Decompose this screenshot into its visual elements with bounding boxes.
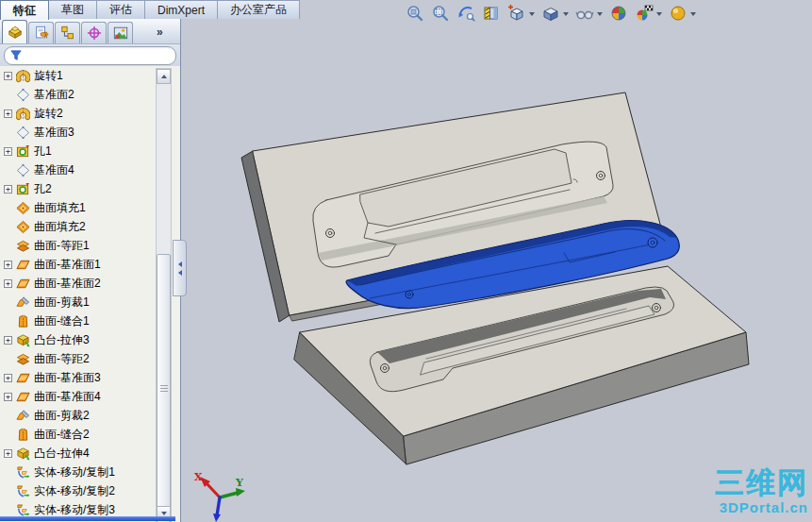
scroll-up-button[interactable] [157, 69, 171, 84]
tree-item-基准面2[interactable]: + 基准面2 [0, 85, 156, 104]
tree-item-旋转2[interactable]: + 旋转2 [0, 104, 156, 123]
panel-tab-display[interactable] [108, 22, 133, 43]
expand-toggle[interactable]: + [4, 336, 12, 345]
feature-icon [16, 88, 30, 102]
tree-filter-input[interactable] [22, 48, 170, 63]
panel-splitter-handle[interactable] [173, 240, 187, 296]
tree-item-曲面填充1[interactable]: + 曲面填充1 [0, 198, 156, 217]
tree-item-曲面-等距2[interactable]: + 曲面-等距2 [0, 349, 156, 368]
zoom-area-icon [431, 4, 450, 23]
expand-toggle[interactable]: + [4, 279, 12, 288]
expand-toggle[interactable]: + [4, 185, 12, 194]
panel-tab-overflow[interactable]: » [157, 25, 163, 39]
feature-label: 曲面-基准面3 [34, 370, 101, 386]
commandmanager-tab-DimXpert[interactable]: DimXpert [145, 0, 218, 19]
feature-label: 基准面2 [34, 87, 75, 103]
scrollbar-thumb[interactable] [157, 254, 171, 522]
tree-item-凸台-拉伸4[interactable]: + 凸台-拉伸4 [0, 444, 156, 463]
feature-icon [16, 465, 30, 480]
feature-label: 曲面-等距2 [34, 351, 90, 367]
feature-label: 基准面3 [34, 125, 75, 141]
section-view-icon [482, 4, 501, 23]
section-view-button[interactable] [480, 3, 503, 24]
feature-icon [16, 409, 30, 423]
view-settings-button[interactable] [667, 3, 689, 24]
arrow-up-icon [161, 75, 167, 78]
tree-item-曲面-缝合1[interactable]: + 曲面-缝合1 [0, 312, 156, 330]
apply-scene-button[interactable] [633, 3, 655, 24]
property-manager-icon [33, 25, 50, 41]
rollback-bar[interactable] [0, 516, 175, 521]
feature-label: 基准面4 [34, 162, 75, 178]
triad-y-label: Y [235, 477, 243, 489]
feature-icon [16, 484, 30, 498]
feature-icon [16, 371, 30, 385]
hide-show-items-button[interactable] [573, 3, 596, 24]
apply-scene-icon [635, 4, 654, 23]
display-style-button[interactable] [539, 3, 562, 24]
tree-item-曲面-剪裁1[interactable]: + 曲面-剪裁1 [0, 293, 156, 312]
tree-item-曲面-基准面3[interactable]: + 曲面-基准面3 [0, 368, 156, 387]
tree-item-基准面3[interactable]: + 基准面3 [0, 123, 156, 142]
display-style-icon [541, 4, 560, 23]
feature-icon [16, 314, 30, 328]
expand-toggle[interactable]: + [4, 261, 12, 269]
expand-toggle[interactable]: + [4, 449, 12, 458]
tree-item-实体-移动/复制2[interactable]: + 实体-移动/复制2 [0, 481, 156, 500]
tree-item-孔1[interactable]: + 孔1 [0, 142, 156, 160]
hide-show-items-icon [575, 4, 594, 23]
expand-toggle[interactable]: + [4, 72, 12, 80]
collapse-arrow-icon [178, 261, 182, 267]
expand-toggle[interactable]: + [4, 393, 12, 401]
commandmanager-tab-特征[interactable]: 特征 [0, 0, 49, 20]
apply-scene-dropdown-arrow[interactable] [656, 12, 662, 16]
panel-tab-configurations[interactable] [55, 22, 80, 43]
tree-item-凸台-拉伸3[interactable]: + 凸台-拉伸3 [0, 330, 156, 349]
filter-pill[interactable] [4, 46, 176, 65]
feature-label: 实体-移动/复制1 [34, 464, 115, 480]
expand-toggle[interactable]: + [4, 147, 12, 156]
commandmanager-tab-评估[interactable]: 评估 [97, 0, 145, 19]
commandmanager-tab-办公室产品[interactable]: 办公室产品 [218, 0, 300, 19]
view-settings-dropdown-arrow[interactable] [690, 12, 696, 16]
tree-item-基准面4[interactable]: + 基准面4 [0, 160, 156, 179]
tree-item-实体-移动/复制3[interactable]: + 实体-移动/复制3 [0, 500, 156, 517]
previous-view-button[interactable] [455, 3, 477, 24]
expand-toggle[interactable]: + [4, 109, 12, 118]
view-orientation-button[interactable] [505, 3, 528, 24]
filter-funnel-icon [10, 50, 22, 61]
tree-scrollbar[interactable] [156, 68, 172, 522]
feature-icon [16, 126, 30, 140]
zoom-area-button[interactable] [429, 3, 452, 24]
feature-icon [16, 201, 30, 215]
tree-item-曲面-基准面1[interactable]: + 曲面-基准面1 [0, 255, 156, 274]
display-style-dropdown-arrow[interactable] [563, 12, 569, 16]
tree-item-曲面填充2[interactable]: + 曲面填充2 [0, 217, 156, 236]
feature-label: 孔2 [34, 181, 52, 197]
commandmanager-tab-草图[interactable]: 草图 [49, 0, 97, 19]
tree-item-实体-移动/复制1[interactable]: + 实体-移动/复制1 [0, 463, 156, 481]
tree-item-曲面-剪裁2[interactable]: + 曲面-剪裁2 [0, 406, 156, 425]
tree-item-旋转1[interactable]: + 旋转1 [0, 66, 156, 85]
zoom-fit-button[interactable] [404, 3, 426, 24]
hide-show-items-dropdown-arrow[interactable] [597, 12, 603, 16]
feature-label: 曲面-等距1 [34, 238, 90, 254]
feature-label: 实体-移动/复制3 [34, 502, 115, 518]
tree-item-曲面-缝合2[interactable]: + 曲面-缝合2 [0, 425, 156, 444]
panel-tab-dimxpert[interactable] [81, 22, 107, 43]
feature-label: 曲面-基准面2 [34, 276, 101, 292]
expand-toggle[interactable]: + [4, 374, 12, 382]
view-settings-icon [669, 4, 688, 23]
tree-item-孔2[interactable]: + 孔2 [0, 179, 156, 198]
tree-item-曲面-等距1[interactable]: + 曲面-等距1 [0, 236, 156, 255]
tree-item-曲面-基准面2[interactable]: + 曲面-基准面2 [0, 274, 156, 293]
feature-icon [16, 69, 30, 83]
panel-tab-properties[interactable] [28, 22, 54, 43]
panel-tab-features[interactable] [2, 20, 27, 43]
dimxpert-manager-icon [86, 25, 103, 41]
feature-label: 实体-移动/复制2 [34, 483, 115, 499]
tree-item-曲面-基准面4[interactable]: + 曲面-基准面4 [0, 387, 156, 406]
view-orientation-dropdown-arrow[interactable] [529, 12, 535, 16]
edit-appearance-button[interactable] [607, 3, 630, 24]
feature-icon [16, 295, 30, 310]
